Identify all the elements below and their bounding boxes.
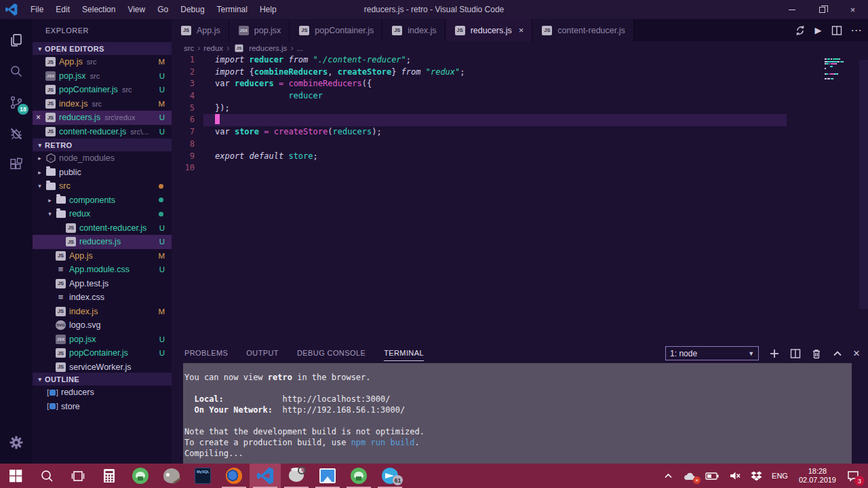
taskbar-start-button[interactable] <box>0 464 31 488</box>
tree-item-redux[interactable]: ▾redux <box>33 207 172 221</box>
code-line-10[interactable]: 10 <box>172 162 868 174</box>
code-line-2[interactable]: 2import {combineReducers, createStore} f… <box>172 67 868 79</box>
more-button[interactable]: ··· <box>852 26 863 35</box>
dropbox-icon[interactable] <box>746 464 767 488</box>
taskbar-firefox[interactable] <box>218 464 250 488</box>
taskbar-gimp[interactable] <box>156 464 187 488</box>
activity-explorer[interactable] <box>0 24 33 56</box>
kill-terminal-button[interactable] <box>811 348 822 359</box>
menu-go[interactable]: Go <box>151 0 174 19</box>
code-line-5[interactable]: 5}); <box>172 102 868 115</box>
breadcrumb-item[interactable]: redux <box>203 44 223 52</box>
tree-item-popcontainer-js[interactable]: JSpopContainer.jsU <box>33 346 172 360</box>
action-center[interactable]: 3 <box>842 464 865 488</box>
taskbar-gitkraken-2[interactable] <box>343 464 374 488</box>
open-editor-item[interactable]: JSindex.jssrcM <box>33 97 172 111</box>
menu-terminal[interactable]: Terminal <box>211 0 254 19</box>
run-button[interactable]: ▶ <box>815 25 822 35</box>
panel-tab-problems[interactable]: PROBLEMS <box>184 343 228 363</box>
tab-content-reducer-js[interactable]: JScontent-reducer.js <box>532 19 633 41</box>
panel-tab-output[interactable]: OUTPUT <box>246 343 279 363</box>
open-editor-item[interactable]: JScontent-reducer.jssrc\...U <box>33 125 172 139</box>
tab-pop-jsx[interactable]: JSXpop.jsx <box>229 19 290 41</box>
tree-item-app-js[interactable]: JSApp.jsM <box>33 249 172 263</box>
menu-edit[interactable]: Edit <box>50 0 76 19</box>
tree-item-index-js[interactable]: JSindex.jsM <box>33 305 172 319</box>
taskbar-mysql-terminal[interactable]: MySQL <box>187 464 218 488</box>
project-header[interactable]: ▾ RETRO <box>33 138 172 151</box>
outline-item-reducers[interactable]: []reducers <box>33 386 172 400</box>
code-line-7[interactable]: 7var store = createStore(reducers); <box>172 126 868 138</box>
tab-app-js[interactable]: JSApp.js <box>172 19 229 41</box>
tree-item-pop-jsx[interactable]: JSXpop.jsxU <box>33 333 172 347</box>
tree-item-serviceworker-js[interactable]: JSserviceWorker.js <box>33 360 172 373</box>
open-editor-item[interactable]: JSApp.jssrcM <box>33 55 172 69</box>
outline-item-store[interactable]: []store <box>33 400 172 414</box>
breadcrumb-item[interactable]: src <box>184 44 194 52</box>
battery-icon[interactable] <box>701 464 724 488</box>
code-line-1[interactable]: 1import reducer from "./content-reducer"… <box>172 54 868 67</box>
code-line-6[interactable]: 6 <box>172 114 868 126</box>
volume-muted-icon[interactable] <box>724 464 746 488</box>
open-editor-item[interactable]: ×JSreducers.jssrc\reduxU <box>33 111 172 125</box>
language-indicator[interactable]: ENG <box>767 464 793 488</box>
tab-popcontainer-js[interactable]: JSpopContainer.js <box>290 19 382 41</box>
open-editor-item[interactable]: JSXpop.jsxsrcU <box>33 69 172 83</box>
breadcrumb-item[interactable]: reducers.js <box>249 44 287 52</box>
open-editors-header[interactable]: ▾ OPEN EDITORS <box>33 42 172 55</box>
activity-source-control[interactable]: 18 <box>0 87 33 118</box>
show-hidden-icons[interactable] <box>658 464 678 488</box>
panel-tab-terminal[interactable]: TERMINAL <box>384 343 424 363</box>
menu-selection[interactable]: Selection <box>76 0 121 19</box>
minimize-icon[interactable] <box>776 0 807 19</box>
menu-help[interactable]: Help <box>254 0 283 19</box>
close-file-icon[interactable]: × <box>33 113 44 122</box>
taskbar-telegram[interactable]: 61 <box>374 464 406 488</box>
code-editor[interactable]: 1import reducer from "./content-reducer"… <box>172 54 868 343</box>
taskbar-task-view[interactable] <box>62 464 94 488</box>
tree-item-content-reducer-js[interactable]: JScontent-reducer.jsU <box>33 221 172 236</box>
breadcrumb-item[interactable]: ... <box>296 44 303 52</box>
onedrive-status[interactable]: × <box>678 464 701 488</box>
tree-item-public[interactable]: ▸public <box>33 166 172 180</box>
tree-item-logo-svg[interactable]: SVGlogo.svg <box>33 318 172 333</box>
sync-button[interactable] <box>795 25 806 36</box>
tree-item-src[interactable]: ▾src <box>33 179 172 193</box>
activity-search[interactable] <box>0 56 33 87</box>
panel-tab-debug-console[interactable]: DEBUG CONSOLE <box>297 343 366 363</box>
close-icon[interactable]: × <box>837 0 868 19</box>
settings-gear-icon[interactable] <box>0 427 33 458</box>
clock[interactable]: 18:2802.07.2019 <box>793 464 842 488</box>
tree-item-app-test-js[interactable]: JSApp.test.js <box>33 277 172 291</box>
close-tab-icon[interactable]: × <box>519 25 524 35</box>
code-line-3[interactable]: 3var reducers = combineReducers({ <box>172 78 868 90</box>
code-line-9[interactable]: 9export default store; <box>172 151 868 163</box>
minimap[interactable] <box>825 58 857 83</box>
code-line-4[interactable]: 4 reducer <box>172 90 868 102</box>
menu-view[interactable]: View <box>121 0 151 19</box>
split-terminal-button[interactable] <box>790 348 801 359</box>
terminal-select[interactable]: 1: node▼ <box>665 346 759 360</box>
tab-reducers-js[interactable]: JSreducers.js× <box>446 19 533 41</box>
taskbar-vscode[interactable] <box>250 464 281 488</box>
taskbar-gitkraken[interactable] <box>125 464 156 488</box>
tree-item-node-modules[interactable]: ▸nnode_modules <box>33 151 172 166</box>
menu-debug[interactable]: Debug <box>174 0 210 19</box>
editor-scrollbar[interactable] <box>859 60 868 309</box>
breadcrumb[interactable]: src›redux›JSreducers.js›... <box>172 41 868 54</box>
taskbar-photos[interactable] <box>312 464 343 488</box>
taskbar-database-tool[interactable] <box>281 464 312 488</box>
taskbar-calculator[interactable] <box>94 464 125 488</box>
terminal-output[interactable]: You can now view retro in the browser. L… <box>183 363 852 464</box>
tree-item-app-module-css[interactable]: ≡App.module.cssU <box>33 263 172 277</box>
split-editor-button[interactable] <box>831 25 842 36</box>
tree-item-index-css[interactable]: ≡index.css <box>33 290 172 305</box>
new-terminal-button[interactable] <box>769 348 780 359</box>
tree-item-components[interactable]: ▸components <box>33 193 172 208</box>
outline-header[interactable]: ▾ OUTLINE <box>33 373 172 386</box>
taskbar-taskbar-search[interactable] <box>31 464 62 488</box>
tree-item-reducers-js[interactable]: JSreducers.jsU <box>33 235 172 249</box>
menu-file[interactable]: File <box>24 0 50 19</box>
tab-index-js[interactable]: JSindex.js <box>382 19 445 41</box>
activity-debug[interactable] <box>0 118 33 149</box>
